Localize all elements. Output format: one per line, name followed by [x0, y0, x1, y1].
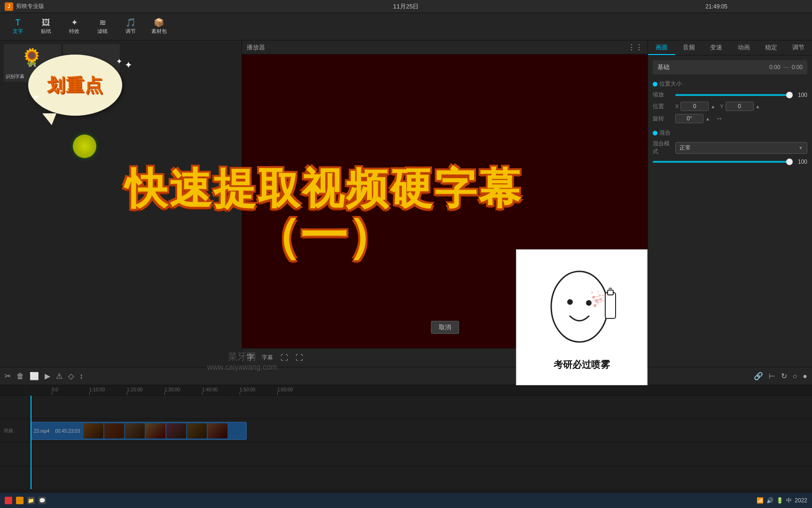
track-label-empty	[0, 396, 26, 419]
ruler-mark-3: 1:30:00	[164, 387, 180, 392]
svg-rect-12	[609, 288, 612, 291]
magnet-icon[interactable]: 🔗	[754, 372, 763, 381]
basic-val2: 0:00	[792, 64, 803, 71]
ruler-line-1	[89, 392, 90, 396]
ruler-mark-6: 1:60:00	[277, 387, 293, 392]
rotate-up[interactable]: ▲	[705, 116, 710, 121]
speech-bubble: 🌻 划重点 ✦ ✦ ✦ ·	[28, 55, 141, 130]
ruler-mark-0: 0:0	[52, 387, 58, 392]
subtitle-label: 字幕	[262, 354, 273, 362]
basic-title: 基础	[657, 63, 670, 71]
frame-4	[146, 423, 165, 438]
track-content-video: 23.mp4 00:45:23:03	[26, 419, 812, 442]
app-name: 剪映专业版	[16, 2, 44, 10]
frame-7	[208, 423, 227, 438]
toolbar-item-filter[interactable]: ≋ 滤镜	[89, 15, 116, 39]
sys-folder-icon[interactable]: 📁	[27, 497, 35, 504]
effects-toolbar-icon: ✦	[71, 18, 78, 27]
opacity-value: 100	[793, 159, 807, 165]
sys-date-text: 2022	[795, 497, 807, 504]
position-y-input[interactable]	[726, 102, 754, 111]
star-icon-2: ✦	[125, 59, 133, 71]
system-bar: 📁 💬 📶 🔊 🔋 中 2022	[0, 493, 812, 508]
sunflower-icon: 🌻	[21, 48, 42, 67]
track-row-empty	[0, 396, 812, 419]
clip-duration: 00:45:23:03	[52, 429, 83, 434]
rotate-input[interactable]	[675, 114, 703, 123]
toolbar-item-text[interactable]: T 文字	[5, 15, 31, 39]
bubble-text: 划重点	[47, 73, 103, 97]
rotate-label: 旋转	[653, 115, 671, 123]
prop-section-blend: 混合 混合模式 正常 ▼ 100	[653, 129, 807, 165]
sys-orange-dot	[16, 497, 23, 504]
dot-icon[interactable]: ●	[803, 372, 807, 381]
cancel-button[interactable]: 取消	[431, 321, 459, 334]
tab-音频[interactable]: 音频	[675, 40, 703, 55]
video-clip[interactable]: 23.mp4 00:45:23:03	[31, 422, 247, 440]
toolbar-item-adjust[interactable]: 🎵 调节	[117, 15, 144, 39]
delete-tool-icon[interactable]: 🗑	[16, 372, 24, 381]
scale-label: 缩放	[653, 91, 671, 99]
position-x-up[interactable]: ▲	[710, 104, 715, 109]
toolbar-item-effects[interactable]: ✦ 特效	[61, 15, 87, 39]
rotate-inputs: ▲ ↔	[675, 114, 723, 123]
sys-chat-icon[interactable]: 💬	[39, 497, 46, 504]
position-x-input[interactable]	[680, 102, 709, 111]
playhead[interactable]	[31, 396, 31, 489]
shape-tool-icon[interactable]: ◇	[68, 372, 74, 381]
scale-value: 100	[793, 92, 807, 98]
play-tool-icon[interactable]: ▶	[45, 372, 50, 381]
preview-settings-icon[interactable]: ⋮⋮	[628, 43, 643, 52]
clip-frames	[83, 422, 228, 439]
opacity-slider-thumb[interactable]	[786, 159, 793, 165]
blend-mode-row: 混合模式 正常 ▼	[653, 140, 807, 156]
ruler-line-5	[240, 392, 240, 396]
tab-画面[interactable]: 画面	[648, 40, 675, 55]
blend-mode-chevron: ▼	[798, 145, 803, 151]
opacity-slider[interactable]	[653, 161, 789, 163]
bubble-tail	[42, 113, 56, 125]
topbar: J 剪映专业版 11月25日 21:49:05	[0, 0, 812, 13]
scale-slider[interactable]	[675, 94, 789, 96]
position-inputs: X ▲ Y ▲	[675, 102, 760, 111]
position-circle-icon	[653, 82, 657, 87]
app-icon: J	[5, 2, 13, 11]
svg-point-1	[567, 299, 573, 305]
tab-稳定[interactable]: 稳定	[757, 40, 785, 55]
crop-tool-icon[interactable]: ⬜	[30, 372, 39, 381]
adjust-toolbar-icon: 🎵	[125, 18, 136, 27]
track-content-empty-b	[26, 443, 812, 466]
split-tool-icon[interactable]: ✂	[5, 372, 11, 381]
tab-调节[interactable]: 调节	[785, 40, 812, 55]
tab-动画[interactable]: 动画	[730, 40, 757, 55]
toolbar-pack-label: 素材包	[151, 28, 167, 35]
blend-mode-select[interactable]: 正常 ▼	[675, 142, 807, 154]
subtitle-icon[interactable]: 字	[247, 353, 254, 363]
pack-toolbar-icon: 📦	[154, 18, 164, 27]
scale-slider-thumb[interactable]	[786, 92, 793, 98]
circle-icon[interactable]: ○	[793, 372, 797, 381]
warn-tool-icon[interactable]: ⚠	[56, 372, 62, 381]
toolbar-adjust-label: 调节	[125, 28, 136, 35]
video-expand-icon[interactable]: ⛶	[281, 354, 288, 362]
cut-preview-icon[interactable]: ⊢	[769, 372, 775, 381]
video-fullscreen-icon[interactable]: ⛶	[296, 354, 303, 362]
flip-icon[interactable]: ↔	[716, 114, 723, 123]
frame-6	[187, 423, 207, 438]
toolbar-item-pack[interactable]: 📦 素材包	[146, 15, 172, 39]
rotate-row: 旋转 ▲ ↔	[653, 114, 807, 123]
ruler-line-2	[127, 392, 127, 396]
position-y-up[interactable]: ▲	[756, 104, 760, 109]
sys-network-icon: 📶	[757, 497, 764, 504]
meme-figure	[539, 264, 624, 358]
toolbar-item-sticker[interactable]: 🖼 贴纸	[33, 15, 59, 39]
loop-icon[interactable]: ↻	[781, 372, 787, 381]
sys-lang-icon[interactable]: 中	[786, 497, 792, 505]
preview-header: 播放器 ⋮⋮	[242, 40, 648, 55]
topbar-date: 11月25日	[393, 2, 419, 11]
tab-变速[interactable]: 变速	[703, 40, 730, 55]
meme-text: 考研必过喷雾	[554, 358, 610, 371]
timeline-toolbar: ✂ 🗑 ⬜ ▶ ⚠ ◇ ↕ 🔗 ⊢ ↻ ○ ●	[0, 367, 812, 385]
toolbar-filter-label: 滤镜	[97, 28, 108, 35]
transform-tool-icon[interactable]: ↕	[79, 372, 83, 381]
